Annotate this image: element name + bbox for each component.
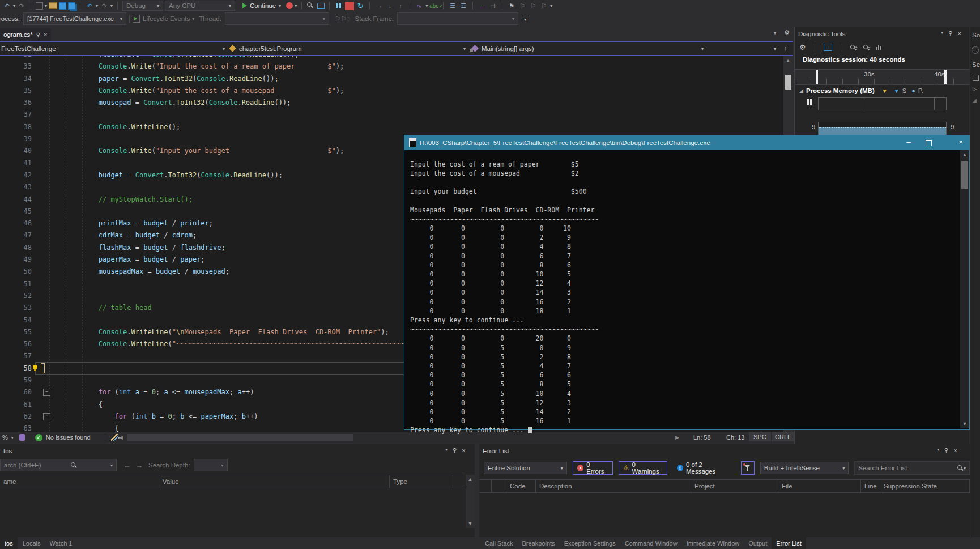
split-editor-icon[interactable]: ↕ — [784, 45, 787, 52]
stack-frame-dropdown[interactable]: ▾ — [397, 12, 518, 25]
indent-lines-icon[interactable]: ⇉ — [488, 2, 497, 10]
line-number[interactable]: 41 — [0, 158, 32, 169]
tool-tab-call-stack[interactable]: Call Stack — [480, 537, 518, 549]
lifecycle-events-label[interactable]: Lifecycle Events — [143, 15, 190, 22]
search-depth-dropdown[interactable]: ▾ — [194, 459, 228, 471]
export-icon[interactable]: → — [824, 44, 832, 51]
console-title-bar[interactable]: H:\003_CSharp\Chapter_5\FreeTestChalleng… — [404, 135, 969, 150]
line-number[interactable]: 47 — [0, 229, 32, 241]
minimize-icon[interactable]: – — [897, 135, 920, 149]
parameter-info-icon[interactable]: ☲ — [459, 2, 468, 10]
window-position-chevron-icon[interactable]: ▾ — [937, 447, 939, 454]
autos-scroll-down-icon[interactable]: ▼ — [466, 519, 475, 528]
line-number[interactable]: 37 — [0, 109, 32, 121]
stop-debugging-icon[interactable] — [345, 2, 354, 10]
tool-tab-tos[interactable]: tos — [0, 537, 18, 549]
break-all-icon[interactable] — [334, 2, 343, 10]
line-number[interactable]: 61 — [0, 399, 32, 411]
navigate-back-chevron-icon[interactable]: ▾ — [13, 3, 15, 8]
line-number[interactable]: 40 — [0, 145, 32, 157]
close-window-icon[interactable]: × — [949, 135, 972, 149]
tool-tab-output[interactable]: Output — [744, 537, 772, 549]
build-intellisense-dropdown[interactable]: Build + IntelliSense▾ — [760, 462, 849, 474]
zoom-level[interactable]: % — [2, 434, 8, 441]
messages-filter-button[interactable]: i 0 of 2 Messages — [673, 462, 735, 474]
close-panel-icon[interactable]: × — [462, 447, 465, 454]
lifecycle-chevron-icon[interactable]: ▾ — [192, 16, 194, 22]
filter-button[interactable] — [741, 461, 755, 475]
reset-view-chart-icon[interactable] — [876, 45, 881, 50]
debug-configuration-dropdown[interactable]: Debug▾ — [122, 1, 163, 11]
issues-status[interactable]: No issues found — [46, 434, 91, 441]
code-line[interactable]: paper = Convert.ToInt32(Console.ReadLine… — [49, 73, 487, 85]
line-number[interactable]: 39 — [0, 133, 32, 145]
continue-button[interactable]: Continue ▾ — [242, 2, 281, 9]
column-header-blank[interactable] — [479, 480, 492, 492]
pause-events-icon[interactable] — [807, 99, 812, 105]
save-icon[interactable] — [59, 2, 66, 10]
events-track[interactable] — [818, 97, 947, 110]
code-line[interactable]: flashdrive = Convert.ToInt32(Console.Rea… — [49, 56, 487, 61]
line-number[interactable]: 63 — [0, 423, 32, 432]
column-header-file[interactable]: File — [778, 480, 861, 492]
close-panel-icon[interactable]: × — [953, 447, 957, 454]
tab-program-cs[interactable]: ogram.cs* ⚲ × — [0, 28, 51, 41]
new-file-icon[interactable] — [36, 2, 43, 10]
line-number[interactable]: 49 — [0, 254, 32, 266]
line-number[interactable]: 58 — [0, 363, 32, 374]
tool-tab-breakpoints[interactable]: Breakpoints — [518, 537, 560, 549]
column-header-code[interactable]: Code — [506, 480, 536, 492]
show-next-statement-icon[interactable] — [317, 3, 325, 9]
code-cleanup-icon[interactable] — [111, 434, 118, 441]
console-scrollbar-thumb[interactable] — [961, 161, 968, 189]
open-folder-icon[interactable] — [49, 2, 57, 9]
line-number[interactable]: 50 — [0, 266, 32, 278]
toolbar-options-overflow-icon[interactable]: ▾ — [524, 16, 526, 22]
window-position-chevron-icon[interactable]: ▾ — [941, 30, 943, 37]
tool-tab-command-window[interactable]: Command Window — [620, 537, 682, 549]
scope-dropdown[interactable]: Entire Solution▾ — [484, 462, 567, 474]
tool-tab-immediate-window[interactable]: Immediate Window — [682, 537, 744, 549]
tool-tab-exception-settings[interactable]: Exception Settings — [560, 537, 620, 549]
column-header-blank[interactable] — [492, 480, 506, 492]
code-line[interactable]: Console.WriteLine(); — [49, 121, 487, 133]
breadcrumb-project[interactable]: FreeTestChallenge — [1, 45, 56, 52]
lightbulb-icon[interactable] — [32, 365, 39, 371]
pin-panel-icon[interactable]: ⚲ — [453, 447, 457, 454]
zoom-out-icon[interactable]: − — [863, 44, 871, 51]
show-threads-flag-icon[interactable]: ⚐ — [335, 15, 340, 23]
warnings-filter-button[interactable]: ⚠ 0 Warnings — [619, 461, 667, 475]
line-number[interactable]: 36 — [0, 97, 32, 109]
spell-check-icon[interactable]: abc✓ — [429, 2, 438, 10]
column-header-suppression-state[interactable]: Suppression State — [880, 480, 970, 492]
timeline-ruler[interactable]: 30s 40s — [795, 69, 969, 85]
clear-bookmarks-icon[interactable]: ⚐ — [539, 2, 548, 10]
platform-dropdown[interactable]: Any CPU▾ — [165, 1, 235, 11]
line-number[interactable]: 38 — [0, 121, 32, 133]
insert-mode-indicator[interactable]: SPC — [749, 432, 771, 441]
new-file-chevron-icon[interactable]: ▾ — [45, 3, 47, 8]
sliver-expand-icon[interactable]: ▷ — [973, 86, 977, 92]
close-tab-icon[interactable]: × — [44, 31, 47, 38]
comment-lines-icon[interactable]: ≡ — [478, 2, 487, 10]
fold-collapse-icon[interactable]: − — [43, 413, 50, 420]
flag-threads-icon[interactable]: ⚐ — [340, 15, 346, 23]
autos-scrollbar[interactable]: ▲ ▼ — [466, 475, 475, 528]
maximize-icon[interactable] — [926, 140, 932, 146]
selection-marker-left[interactable] — [816, 70, 818, 84]
line-number[interactable]: 60 — [0, 386, 32, 398]
tool-tab-locals[interactable]: Locals — [18, 537, 45, 549]
syntax-visualizer-icon[interactable]: ∿ — [415, 2, 424, 10]
hscroll-right-icon[interactable]: ▶ — [675, 435, 679, 440]
column-header-description[interactable]: Description — [536, 480, 691, 492]
list-members-icon[interactable]: ☰ — [448, 2, 457, 10]
memory-expander-icon[interactable]: ◢ — [799, 88, 803, 93]
pin-panel-icon[interactable]: ⚲ — [948, 30, 952, 37]
document-well-options-icon[interactable]: ⚙ — [784, 29, 790, 36]
line-number[interactable]: 62 — [0, 411, 32, 423]
fold-collapse-icon[interactable]: − — [43, 389, 50, 396]
console-scrollbar[interactable]: ▲ ▼ — [960, 150, 969, 428]
project-dropdown-chevron-icon[interactable]: ▾ — [223, 46, 225, 52]
close-panel-icon[interactable]: × — [958, 30, 961, 37]
line-number[interactable]: 34 — [0, 73, 32, 85]
